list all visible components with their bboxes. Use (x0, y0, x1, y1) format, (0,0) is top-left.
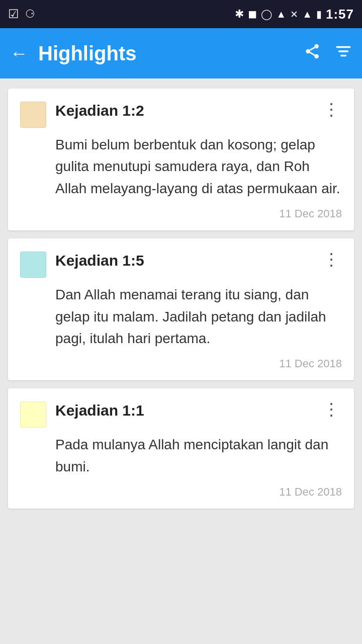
card-header-2: Kejadian 1:5 ⋮ (20, 251, 342, 278)
time-display: 1:57 (326, 7, 354, 22)
image-icon: ⚆ (25, 8, 35, 21)
bluetooth-icon: ✱ (235, 8, 244, 21)
svg-line-3 (310, 52, 315, 55)
alarm-icon: ◯ (261, 8, 272, 20)
vibrate-icon: ◼ (248, 8, 257, 21)
signal-x-icon: ✕ (290, 9, 298, 20)
page-title: Highlights (38, 42, 304, 65)
card-title-1: Kejadian 1:2 (55, 101, 315, 120)
app-bar-actions (304, 43, 352, 64)
svg-point-0 (314, 44, 319, 49)
card-header-1: Kejadian 1:2 ⋮ (20, 101, 342, 128)
card-date-2: 11 Dec 2018 (20, 357, 342, 370)
card-title-3: Kejadian 1:1 (55, 400, 315, 420)
svg-point-2 (314, 54, 319, 59)
card-title-2: Kejadian 1:5 (55, 251, 315, 270)
highlight-card-1: Kejadian 1:2 ⋮ Bumi belum berbentuk dan … (8, 89, 354, 230)
card-date-1: 11 Dec 2018 (20, 207, 342, 220)
status-right-icons: ✱ ◼ ◯ ▲ ✕ ▲ ▮ 1:57 (235, 7, 354, 22)
app-bar: ← Highlights (0, 28, 362, 78)
color-swatch-2 (20, 252, 46, 278)
highlight-card-2: Kejadian 1:5 ⋮ Dan Allah menamai terang … (8, 238, 354, 380)
card-date-3: 11 Dec 2018 (20, 486, 342, 499)
whatsapp-icon: ☑ (8, 7, 19, 21)
svg-line-4 (310, 47, 315, 50)
wifi-icon: ▲ (276, 9, 286, 20)
card-menu-button-3[interactable]: ⋮ (321, 400, 342, 418)
card-body-1: Bumi belum berbentuk dan kosong; gelap g… (55, 134, 342, 199)
signal-icon: ▲ (302, 9, 312, 20)
card-body-2: Dan Allah menamai terang itu siang, dan … (55, 284, 342, 349)
card-body-3: Pada mulanya Allah menciptakan langit da… (55, 434, 342, 477)
color-swatch-1 (20, 102, 46, 128)
highlight-card-3: Kejadian 1:1 ⋮ Pada mulanya Allah mencip… (8, 388, 354, 509)
highlights-list: Kejadian 1:2 ⋮ Bumi belum berbentuk dan … (0, 78, 362, 519)
battery-icon: ▮ (316, 8, 322, 20)
filter-button[interactable] (335, 43, 352, 64)
card-menu-button-2[interactable]: ⋮ (321, 251, 342, 268)
color-swatch-3 (20, 401, 46, 428)
card-menu-button-1[interactable]: ⋮ (321, 101, 342, 118)
status-bar: ☑ ⚆ ✱ ◼ ◯ ▲ ✕ ▲ ▮ 1:57 (0, 0, 362, 28)
back-button[interactable]: ← (10, 43, 28, 64)
card-header-3: Kejadian 1:1 ⋮ (20, 400, 342, 428)
share-button[interactable] (304, 43, 321, 64)
status-left-icons: ☑ ⚆ (8, 7, 35, 21)
svg-point-1 (306, 49, 310, 54)
